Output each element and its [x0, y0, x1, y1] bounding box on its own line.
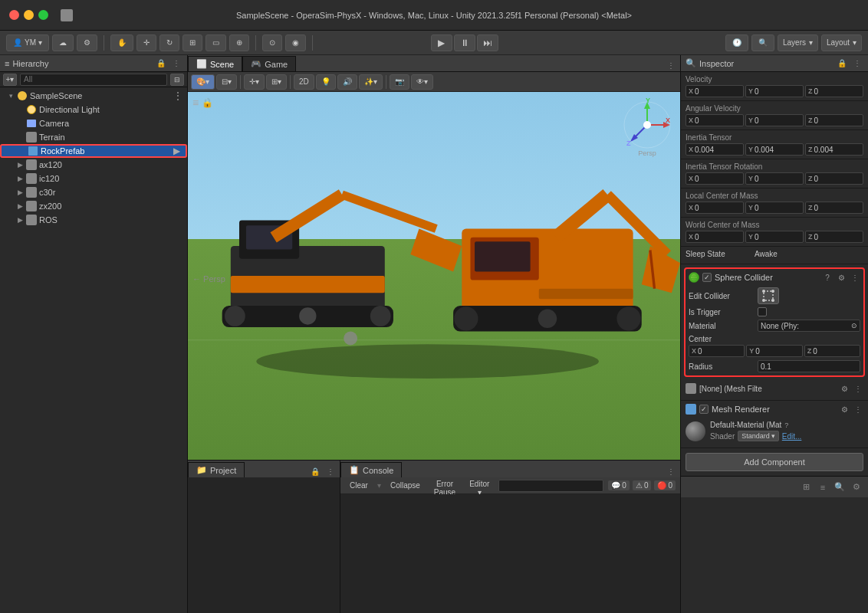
clear-button[interactable]: Clear	[345, 480, 373, 492]
hierarchy-item-ros[interactable]: ▶ ROS	[0, 213, 187, 227]
shading-mode-button[interactable]: 🎨▾	[191, 74, 215, 90]
maximize-button[interactable]	[38, 10, 48, 20]
viewport-lock-icon[interactable]: 🔒	[202, 97, 213, 108]
hierarchy-lock-button[interactable]: 🔒	[155, 57, 167, 70]
itr-y-field[interactable]: Y 0	[745, 172, 804, 185]
mesh-renderer-settings-button[interactable]: ⚙	[839, 404, 850, 415]
pivot-button[interactable]: ⊙	[262, 34, 282, 51]
layout-mode-button[interactable]: ⊟▾	[216, 74, 237, 90]
step-button[interactable]: ⏭	[477, 34, 498, 51]
itr-z-field[interactable]: Z 0	[805, 172, 863, 185]
angular-velocity-y-field[interactable]: Y 0	[745, 114, 804, 126]
material-help-icon[interactable]: ?	[784, 421, 788, 429]
inspector-list-button[interactable]: ≡	[816, 480, 830, 494]
hierarchy-item-terrain[interactable]: Terrain	[0, 130, 187, 144]
world-com-x-field[interactable]: X 0	[686, 231, 744, 243]
collapse-button[interactable]: Collapse	[386, 480, 425, 492]
shader-dropdown[interactable]: Standard ▾	[738, 431, 779, 441]
hierarchy-item-ic120[interactable]: ▶ ic120	[0, 172, 187, 185]
center-z-field[interactable]: Z 0	[804, 345, 860, 357]
shader-edit-link[interactable]: Edit...	[782, 432, 802, 441]
editor-button[interactable]: Editor ▾	[465, 480, 494, 492]
cloud-button[interactable]: ☁	[52, 34, 74, 51]
camera-button[interactable]: 📷	[390, 74, 409, 90]
hierarchy-item-zx200[interactable]: ▶ zx200	[0, 199, 187, 213]
inertia-tensor-x-field[interactable]: X 0.004	[686, 143, 744, 156]
project-lock-button[interactable]: 🔒	[309, 465, 321, 477]
hierarchy-more-button[interactable]: ⋮	[170, 57, 182, 70]
add-component-button[interactable]: Add Component	[686, 453, 863, 471]
mesh-renderer-enabled-checkbox[interactable]	[699, 405, 709, 414]
inertia-tensor-y-field[interactable]: Y 0.004	[745, 143, 804, 156]
hierarchy-filter-button[interactable]: ⊟	[170, 74, 184, 86]
hierarchy-item-samplescene[interactable]: ▾ SampleScene ⋮	[0, 89, 187, 103]
radius-field-value[interactable]: 0.1	[758, 360, 860, 372]
clear-dropdown-icon[interactable]: ▾	[377, 481, 381, 490]
console-more-button[interactable]: ⋮	[665, 465, 677, 477]
effects-button[interactable]: ✨▾	[359, 74, 383, 90]
local-com-z-field[interactable]: Z 0	[805, 202, 863, 214]
tab-game[interactable]: 🎮 Game	[242, 56, 296, 71]
local-com-x-field[interactable]: X 0	[686, 202, 744, 214]
inspector-search-bottom-button[interactable]: 🔍	[833, 480, 847, 494]
hierarchy-item-directionallight[interactable]: Directional Light	[0, 103, 187, 116]
angular-velocity-z-field[interactable]: Z 0	[805, 114, 863, 126]
project-more-button[interactable]: ⋮	[324, 465, 337, 477]
transform-tool-button[interactable]: ⊕	[229, 34, 249, 51]
angular-velocity-x-field[interactable]: X 0	[686, 114, 744, 126]
rect-tool-button[interactable]: ▭	[205, 34, 226, 51]
viewport-menu-icon[interactable]: ≡	[192, 97, 199, 109]
hierarchy-item-rockprefab[interactable]: RockPrefab ▶	[0, 144, 187, 158]
layers-dropdown[interactable]: Layers ▾	[778, 34, 818, 51]
itr-x-field[interactable]: X 0	[686, 172, 744, 185]
world-com-z-field[interactable]: Z 0	[805, 231, 863, 243]
scene-more-btn[interactable]: ⋮	[665, 59, 677, 71]
window-controls[interactable]	[9, 10, 48, 20]
material-field-value[interactable]: None (Phy: ⊙	[758, 320, 860, 332]
tab-console[interactable]: 📋 Console	[340, 462, 402, 477]
viewport-gizmo[interactable]: X Y Z Persp	[620, 98, 674, 159]
minimize-button[interactable]	[24, 10, 34, 20]
hierarchy-item-c30r[interactable]: ▶ c30r	[0, 185, 187, 199]
inspector-lock-button[interactable]: 🔒	[836, 57, 848, 70]
play-button[interactable]: ▶	[431, 34, 452, 51]
world-com-y-field[interactable]: Y 0	[745, 231, 804, 243]
error-pause-button[interactable]: Error Pause	[429, 480, 460, 492]
console-search-input[interactable]	[498, 480, 603, 492]
edit-collider-button[interactable]	[758, 287, 779, 304]
close-button[interactable]	[9, 10, 19, 20]
2d-button[interactable]: 2D	[294, 74, 314, 90]
inertia-tensor-z-field[interactable]: Z 0.004	[805, 143, 863, 156]
tab-scene[interactable]: ⬜ Scene	[188, 56, 242, 71]
mesh-filter-more-button[interactable]: ⋮	[853, 383, 863, 394]
rockprefab-more-button[interactable]: ▶	[170, 145, 182, 157]
center-y-field[interactable]: Y 0	[746, 345, 802, 357]
sphere-collider-settings-button[interactable]: ⚙	[836, 272, 847, 283]
history-button[interactable]: 🕐	[725, 34, 748, 51]
account-button[interactable]: 👤 YM ▾	[6, 34, 49, 51]
mesh-filter-settings-button[interactable]: ⚙	[839, 383, 850, 394]
is-trigger-checkbox[interactable]	[758, 307, 767, 316]
viewport[interactable]: ≡ 🔒 ← Persp	[188, 92, 680, 460]
move-tool-button[interactable]: ✛	[136, 34, 156, 51]
inspector-settings-bottom-button[interactable]: ⚙	[850, 480, 863, 494]
gizmo-button[interactable]: ✛▾	[244, 74, 265, 90]
pause-button[interactable]: ⏸	[454, 34, 475, 51]
scene-more-button[interactable]: ⋮	[172, 90, 184, 102]
gizmo-visibility-button[interactable]: 👁▾	[411, 74, 433, 90]
hierarchy-search-input[interactable]	[20, 74, 167, 86]
global-button[interactable]: ◉	[285, 34, 306, 51]
layout-dropdown[interactable]: Layout ▾	[821, 34, 862, 51]
settings-button[interactable]: ⚙	[77, 34, 97, 51]
sphere-collider-more-button[interactable]: ⋮	[850, 272, 860, 283]
lighting-button[interactable]: 💡	[316, 74, 336, 90]
sphere-collider-enabled-checkbox[interactable]	[702, 273, 712, 282]
sphere-collider-help-button[interactable]: ?	[822, 272, 833, 283]
snap-button[interactable]: ⊞▾	[266, 74, 287, 90]
inspector-grid-button[interactable]: ⊞	[799, 480, 813, 494]
rotate-tool-button[interactable]: ↻	[159, 34, 179, 51]
velocity-y-field[interactable]: Y 0	[745, 85, 804, 97]
velocity-x-field[interactable]: X 0	[686, 85, 744, 97]
search-button[interactable]: 🔍	[751, 34, 774, 51]
center-x-field[interactable]: X 0	[689, 345, 745, 357]
